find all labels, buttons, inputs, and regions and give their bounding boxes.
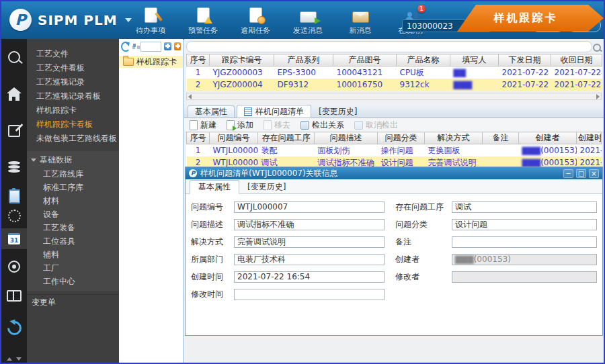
- list-search-input[interactable]: [186, 41, 592, 52]
- sidebar-subitem[interactable]: 工位器具: [27, 234, 119, 248]
- dialog-title: 样机问题清单(WTJL000007)关联信息: [200, 168, 560, 179]
- col-header[interactable]: 收回日期: [551, 54, 602, 66]
- col-header[interactable]: 存在问题工序: [258, 132, 315, 144]
- cancel-checkout-button[interactable]: 取消检出: [354, 120, 398, 131]
- top-nav: 待办事项 预警任务 逾期任务 发送消息 新消息 1: [130, 7, 433, 36]
- calendar-icon[interactable]: [1, 228, 27, 249]
- add-doc-icon: [227, 120, 235, 130]
- tree-node-selected[interactable]: 样机跟踪卡: [119, 56, 183, 68]
- remove-doc-icon: [264, 120, 272, 130]
- sidebar-item[interactable]: 样机跟踪卡看板: [27, 118, 119, 132]
- table-row[interactable]: 1 WTJL000006 装配 面板划伤 操作问题 更换面板 ▇▇▇(00015…: [187, 144, 602, 157]
- solution-field[interactable]: 完善调试说明: [234, 236, 385, 248]
- col-header[interactable]: 备注: [483, 132, 519, 144]
- col-header[interactable]: 产品图号: [333, 54, 397, 66]
- nav-todo[interactable]: 待办事项: [130, 7, 171, 36]
- sidebar-item[interactable]: 工艺文件: [27, 47, 119, 61]
- field-label: 存在问题工序: [395, 201, 452, 213]
- process-field[interactable]: 调试: [452, 201, 597, 213]
- nav-new-message[interactable]: 新消息: [340, 7, 380, 36]
- search-icon[interactable]: [593, 44, 601, 52]
- sidebar-group-header[interactable]: 基础数据: [27, 152, 119, 167]
- problem-toolbar: 新建 添加 移去 检出关系 取消检出: [184, 118, 604, 132]
- refresh-icon[interactable]: [121, 42, 130, 52]
- sidebar-subitem[interactable]: 辅料: [27, 248, 119, 261]
- sidebar-item[interactable]: 工艺巡视记录: [27, 75, 119, 89]
- category-field[interactable]: 设计问题: [452, 219, 597, 230]
- target-icon[interactable]: [1, 261, 27, 273]
- close-icon[interactable]: ×: [589, 169, 599, 178]
- table-row[interactable]: 1 YJGZ000003 EPS-3300 100043121 CPU板 ▇▇ …: [187, 66, 602, 79]
- org-tree-icon[interactable]: [133, 44, 136, 47]
- sidebar-subitem[interactable]: 工艺装备: [27, 221, 119, 234]
- remark-field[interactable]: [452, 236, 597, 248]
- new-doc-icon: [190, 120, 198, 130]
- home-icon[interactable]: [1, 87, 27, 101]
- desc-field[interactable]: 调试指标不准确: [234, 219, 385, 230]
- nav-overdue-tasks[interactable]: 逾期任务: [235, 7, 276, 36]
- add-button[interactable]: 添加: [227, 120, 253, 131]
- sidebar-item-change-order[interactable]: 变更单: [27, 294, 119, 310]
- dialog-titlebar: P 样机问题清单(WTJL000007)关联信息 ─ □ ×: [186, 167, 602, 179]
- sidebar-item[interactable]: 工艺巡视记录看板: [27, 89, 119, 103]
- col-header[interactable]: 下发日期: [499, 54, 551, 66]
- col-header[interactable]: 序号: [187, 132, 210, 144]
- dialog-tab-basic[interactable]: 基本属性: [190, 180, 239, 194]
- tree-add-button[interactable]: [174, 42, 181, 50]
- col-header[interactable]: 产品名称: [397, 54, 450, 66]
- sidebar-item[interactable]: 样机跟踪卡: [27, 103, 119, 118]
- col-header[interactable]: 问题描述: [315, 132, 378, 144]
- rail-scroll-arrows[interactable]: [1, 357, 27, 361]
- sidebar-item[interactable]: 工艺文件看板: [27, 61, 119, 75]
- tree-filter-input[interactable]: [140, 42, 161, 52]
- col-header[interactable]: 问题分类: [378, 132, 425, 144]
- nav-warning-tasks[interactable]: 预警任务: [183, 7, 223, 36]
- sidebar-group-base-data: 基础数据 工艺路线库 标准工序库 材料 设备 工艺装备 工位器具 辅料: [27, 151, 119, 291]
- app-logo-menu[interactable]: P SIPM PLM: [9, 9, 132, 31]
- tab-problem-list[interactable]: 样机问题清单: [237, 105, 311, 118]
- sidebar-subitem[interactable]: 工厂: [27, 261, 119, 275]
- created-field[interactable]: 2021-07-22 16:54: [234, 271, 385, 283]
- remove-button[interactable]: 移去: [264, 120, 290, 131]
- tab-basic-props[interactable]: 基本属性: [188, 105, 235, 118]
- new-button[interactable]: 新建: [190, 120, 216, 131]
- nav-send-message[interactable]: 发送消息: [288, 7, 328, 36]
- sidebar-subitem[interactable]: 工艺路线库: [27, 167, 119, 181]
- modified-field[interactable]: [234, 289, 385, 300]
- scroll-right-icon[interactable]: [596, 94, 600, 99]
- col-header[interactable]: 产品系列: [274, 54, 333, 66]
- sidebar-subitem[interactable]: 材料: [27, 194, 119, 208]
- col-header[interactable]: 创建者: [519, 132, 577, 144]
- tab-change-history[interactable]: [变更历史]: [313, 105, 362, 118]
- col-header[interactable]: 跟踪卡编号: [210, 54, 274, 66]
- edit-icon[interactable]: [1, 125, 27, 137]
- clipboard-icon[interactable]: [1, 189, 27, 203]
- col-header[interactable]: 创建时间: [577, 132, 602, 144]
- col-header[interactable]: 序号: [187, 54, 210, 66]
- spinner-icon[interactable]: [1, 210, 27, 222]
- field-label: 问题编号: [191, 201, 234, 213]
- problem-no-field[interactable]: WTJL000007: [234, 201, 385, 213]
- todo-icon: [145, 7, 157, 23]
- sidebar-subitem[interactable]: 工作中心: [27, 275, 119, 288]
- horizontal-scrollbar[interactable]: [186, 93, 602, 100]
- chevron-down-icon: [16, 357, 22, 361]
- book-icon[interactable]: [1, 290, 27, 302]
- sidebar-item[interactable]: 未做包装工艺路线看板: [27, 132, 119, 146]
- maximize-icon[interactable]: □: [576, 169, 586, 178]
- sidebar-subitem[interactable]: 标准工序库: [27, 181, 119, 194]
- tree-expand-button[interactable]: [164, 42, 171, 50]
- department-field[interactable]: 电装厂技术科: [234, 254, 385, 265]
- sidebar-subitem[interactable]: 设备: [27, 208, 119, 221]
- col-header[interactable]: 问题编号: [210, 132, 258, 144]
- col-header[interactable]: 解决方式: [425, 132, 483, 144]
- table-row-selected[interactable]: 2 YJGZ000004 DF9312 100016750 9312ck ▇▇▇…: [187, 79, 602, 91]
- sipm-search-icon[interactable]: [1, 51, 27, 63]
- database-icon[interactable]: [1, 161, 27, 173]
- undo-icon[interactable]: [1, 321, 27, 335]
- dialog-tab-history[interactable]: [变更历史]: [243, 181, 290, 193]
- minimize-icon[interactable]: ─: [563, 169, 573, 178]
- scroll-left-icon[interactable]: [188, 94, 192, 99]
- checkout-relation-button[interactable]: 检出关系: [300, 120, 344, 131]
- col-header[interactable]: 填写人: [450, 54, 499, 66]
